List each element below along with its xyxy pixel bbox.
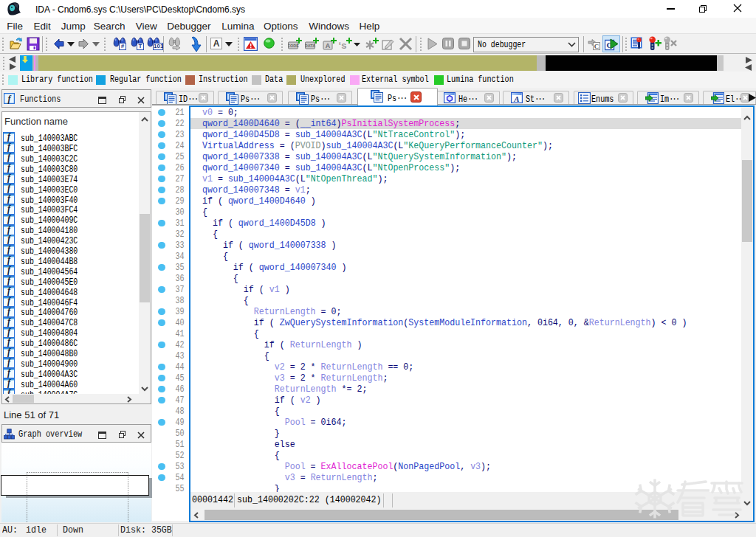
svg-text:DATA: DATA [305,44,315,48]
svg-text:A: A [326,42,331,49]
svg-text:‘s: ‘s [339,40,347,51]
svg-text:A: A [513,94,519,103]
svg-text:C: C [594,43,599,50]
svg-text:CODE: CODE [288,44,299,48]
